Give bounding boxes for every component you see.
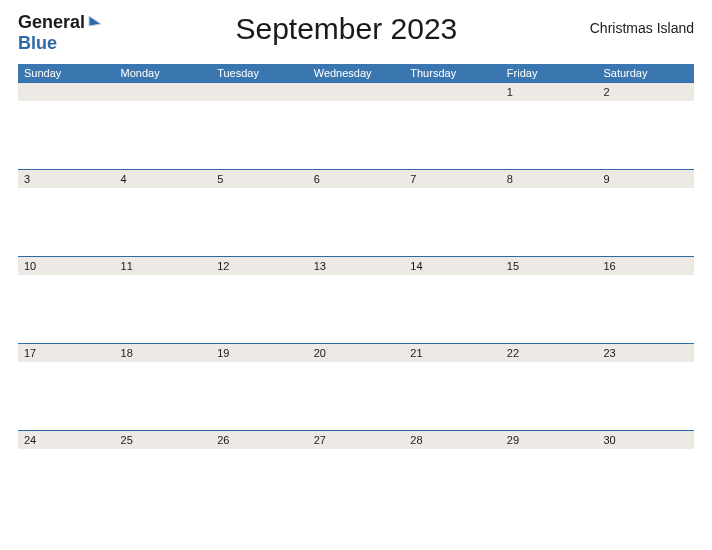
day-cell [404,449,501,517]
week-1-numbers: 1 2 [18,82,694,101]
week-5-numbers: 24 25 26 27 28 29 30 [18,430,694,449]
day-cell [115,449,212,517]
day-number: 16 [597,257,694,275]
day-number: 1 [501,83,598,101]
day-cell [211,188,308,256]
day-header-monday: Monday [115,64,212,82]
day-number: 9 [597,170,694,188]
day-number: 20 [308,344,405,362]
calendar: Sunday Monday Tuesday Wednesday Thursday… [18,64,694,517]
logo: GeneralBlue [18,12,103,54]
day-cell [501,362,598,430]
day-cell [597,362,694,430]
day-cell [597,188,694,256]
day-cell [18,362,115,430]
day-number: 13 [308,257,405,275]
week-1-body [18,101,694,169]
day-cell [501,275,598,343]
day-number: 18 [115,344,212,362]
day-number: 17 [18,344,115,362]
day-cell [308,188,405,256]
day-cell [115,101,212,169]
day-number [211,83,308,101]
day-number: 29 [501,431,598,449]
day-number: 21 [404,344,501,362]
day-number: 23 [597,344,694,362]
day-cell [115,188,212,256]
header: GeneralBlue September 2023 Christmas Isl… [18,12,694,54]
day-cell [501,449,598,517]
logo-text: GeneralBlue [18,12,103,54]
day-cell [18,275,115,343]
week-2-numbers: 3 4 5 6 7 8 9 [18,169,694,188]
day-header-tuesday: Tuesday [211,64,308,82]
page-title: September 2023 [103,12,590,46]
day-number: 14 [404,257,501,275]
day-number [115,83,212,101]
day-cell [404,275,501,343]
day-number: 2 [597,83,694,101]
day-number: 25 [115,431,212,449]
day-header-saturday: Saturday [597,64,694,82]
week-3-numbers: 10 11 12 13 14 15 16 [18,256,694,275]
day-number: 12 [211,257,308,275]
day-cell [211,362,308,430]
day-cell [597,275,694,343]
logo-triangle-icon [87,12,103,33]
week-5-body [18,449,694,517]
day-cell [115,362,212,430]
day-header-wednesday: Wednesday [308,64,405,82]
day-cell [404,101,501,169]
day-number: 22 [501,344,598,362]
day-cell [18,449,115,517]
week-2-body [18,188,694,256]
logo-text-general: General [18,12,85,32]
day-number: 8 [501,170,598,188]
day-cell [308,275,405,343]
day-cell [308,449,405,517]
day-cell [597,101,694,169]
day-cell [308,362,405,430]
location-label: Christmas Island [590,20,694,36]
day-cell [18,101,115,169]
week-4-body [18,362,694,430]
day-cell [501,101,598,169]
day-cell [501,188,598,256]
logo-text-blue: Blue [18,33,57,53]
day-number: 6 [308,170,405,188]
day-headers-row: Sunday Monday Tuesday Wednesday Thursday… [18,64,694,82]
day-cell [404,362,501,430]
day-number: 11 [115,257,212,275]
day-number [308,83,405,101]
day-cell [308,101,405,169]
day-number: 30 [597,431,694,449]
day-cell [404,188,501,256]
day-number: 7 [404,170,501,188]
day-number: 26 [211,431,308,449]
day-number: 24 [18,431,115,449]
day-number [18,83,115,101]
day-cell [211,275,308,343]
day-number: 10 [18,257,115,275]
week-3-body [18,275,694,343]
day-number: 3 [18,170,115,188]
day-header-thursday: Thursday [404,64,501,82]
day-cell [597,449,694,517]
day-header-friday: Friday [501,64,598,82]
day-number: 27 [308,431,405,449]
day-cell [211,101,308,169]
day-number: 15 [501,257,598,275]
day-number: 28 [404,431,501,449]
day-header-sunday: Sunday [18,64,115,82]
day-cell [115,275,212,343]
day-number: 5 [211,170,308,188]
day-cell [211,449,308,517]
day-number: 19 [211,344,308,362]
day-number [404,83,501,101]
day-cell [18,188,115,256]
week-4-numbers: 17 18 19 20 21 22 23 [18,343,694,362]
day-number: 4 [115,170,212,188]
